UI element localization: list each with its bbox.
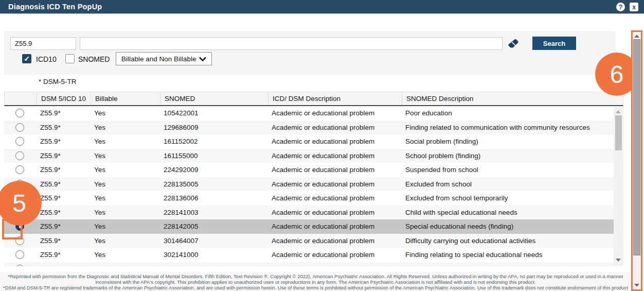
- scroll-down-icon[interactable]: [616, 259, 621, 262]
- cell-icd-dsm-description: Academic or educational problem: [267, 209, 401, 216]
- page-scrollbar[interactable]: [631, 30, 642, 291]
- header-dsm-icd10: DSM 5/ICD 10: [37, 92, 91, 105]
- cell-dsm-icd10: Z55.9*: [36, 209, 90, 216]
- cell-snomed: 228135005: [159, 180, 267, 188]
- snomed-checkbox-label: SNOMED: [78, 55, 110, 63]
- cell-dsm-icd10: Z55.9*: [36, 180, 90, 188]
- billable-filter-value: Billable and Non Billable: [121, 55, 199, 63]
- cell-snomed: 228141003: [159, 209, 267, 216]
- table-row[interactable]: Z55.9* Yes 228136006 Academic or educati…: [4, 191, 623, 206]
- popup-titlebar: Diagnosis ICD Ten PopUp ? x: [0, 0, 644, 14]
- cell-icd-dsm-description: Academic or educational problem: [267, 194, 401, 202]
- cell-icd-dsm-description: Academic or educational problem: [267, 222, 401, 230]
- table-row[interactable]: Z55.9* Yes 228141003 Academic or educati…: [4, 206, 623, 220]
- table-row[interactable]: Z55.9* Yes 301464007 Academic or educati…: [4, 234, 623, 248]
- eraser-icon: [506, 38, 520, 50]
- cell-snomed: 228136006: [159, 194, 267, 202]
- row-radio-button[interactable]: [15, 165, 24, 174]
- cell-dsm-icd10: Z55.9*: [36, 152, 90, 160]
- row-radio-button[interactable]: [15, 137, 24, 146]
- table-row[interactable]: Z55.9* Yes 129686009 Academic or educati…: [4, 121, 623, 135]
- table-row[interactable]: Z55.9* Yes 161152002 Academic or educati…: [4, 134, 623, 149]
- header-billable: Billable: [91, 92, 160, 105]
- cell-icd-dsm-description: Academic or educational problem: [267, 109, 401, 117]
- scroll-up-icon[interactable]: [616, 110, 621, 113]
- apa-disclaimer: *Reprinted with permission from the Diag…: [0, 272, 631, 291]
- billable-filter-select[interactable]: Billable and Non Billable: [116, 52, 212, 65]
- cell-dsm-icd10: Z55.9*: [36, 109, 90, 117]
- cell-icd-dsm-description: Academic or educational problem: [267, 166, 401, 174]
- row-radio-button[interactable]: [15, 123, 24, 132]
- cell-icd-dsm-description: Academic or educational problem: [267, 152, 401, 160]
- table-scrollbar-thumb[interactable]: [615, 115, 622, 150]
- cell-billable: Yes: [90, 209, 159, 216]
- cell-snomed-description: School problem (finding): [401, 152, 623, 160]
- cell-snomed: 105422001: [159, 109, 267, 117]
- table-row[interactable]: Z55.9* Yes 302141000 Academic or educati…: [4, 248, 623, 262]
- dsm-5-tr-note: * DSM-5-TR: [39, 78, 77, 85]
- table-row[interactable]: Z55.9* Yes 228135005 Academic or educati…: [4, 177, 623, 192]
- titlebar-icons: ? x: [616, 3, 638, 11]
- row-radio-button[interactable]: [15, 250, 24, 259]
- table-scrollbar[interactable]: [614, 107, 623, 265]
- table-row[interactable]: Z55.9* Yes 161155000 Academic or educati…: [4, 149, 623, 163]
- cell-billable: Yes: [90, 194, 159, 202]
- table-row[interactable]: Z55.9* Yes 224292009 Academic or educati…: [4, 163, 623, 177]
- cell-billable: Yes: [90, 124, 159, 131]
- diagnosis-results-table: DSM 5/ICD 10 Billable SNOMED ICD/ DSM De…: [4, 92, 623, 266]
- cell-snomed-description: Finding relating to special educational …: [401, 251, 623, 259]
- close-icon[interactable]: x: [630, 3, 638, 11]
- page-scroll-down-icon[interactable]: [634, 284, 639, 287]
- cell-icd-dsm-description: Academic or educational problem: [267, 251, 401, 259]
- row-radio-button[interactable]: [15, 151, 24, 160]
- diagnosis-code-input[interactable]: [10, 37, 76, 50]
- cell-billable: Yes: [90, 237, 159, 245]
- disclaimer-line-3: *DSM and DSM-5-TR are registered tradema…: [0, 285, 631, 290]
- cell-snomed: 302141000: [159, 251, 267, 259]
- cell-icd-dsm-description: Academic or educational problem: [267, 138, 401, 145]
- cell-snomed: 224292009: [159, 166, 267, 174]
- cell-snomed-description: Difficulty carrying out educational acti…: [401, 237, 623, 245]
- popup-title: Diagnosis ICD Ten PopUp: [8, 3, 102, 11]
- cell-snomed-description: Child with special educational needs: [401, 209, 623, 216]
- cell-dsm-icd10: Z55.9*: [36, 222, 90, 230]
- cell-dsm-icd10: Z55.9*: [36, 138, 90, 145]
- cell-snomed: 301464007: [159, 237, 267, 245]
- table-row[interactable]: Z55.9* Yes 228142005 Academic or educati…: [4, 219, 623, 234]
- row-radio-button[interactable]: [15, 265, 24, 266]
- header-radio-column: [5, 92, 37, 105]
- cell-dsm-icd10: Z55.9*: [36, 124, 90, 131]
- icd10-checkbox[interactable]: [22, 54, 31, 63]
- snomed-checkbox[interactable]: [65, 54, 75, 63]
- table-header: DSM 5/ICD 10 Billable SNOMED ICD/ DSM De…: [4, 92, 623, 106]
- cell-billable: Yes: [90, 109, 159, 117]
- header-icd-dsm-description: ICD/ DSM Description: [268, 92, 402, 105]
- cell-billable: Yes: [90, 222, 159, 230]
- cell-snomed-description: Excluded from school temporarily: [401, 194, 623, 202]
- table-row[interactable]: [4, 262, 623, 267]
- help-icon[interactable]: ?: [616, 3, 625, 11]
- table-body: Z55.9* Yes 105422001 Academic or educati…: [4, 106, 623, 266]
- cell-billable: Yes: [90, 166, 159, 174]
- header-snomed-description: SNOMED Description: [402, 92, 623, 105]
- cell-snomed-description: Finding related to communication with co…: [401, 124, 623, 131]
- table-row[interactable]: Z55.9* Yes 105422001 Academic or educati…: [4, 106, 623, 121]
- cell-snomed: 161152002: [159, 138, 267, 145]
- cell-snomed: 161155000: [159, 152, 267, 160]
- clear-search-button[interactable]: [506, 38, 520, 50]
- cell-dsm-icd10: Z55.9*: [36, 166, 90, 174]
- annotation-radio-highlight-box: [2, 219, 23, 239]
- cell-icd-dsm-description: Academic or educational problem: [267, 180, 401, 188]
- page-scrollbar-thumb[interactable]: [633, 39, 640, 255]
- disclaimer-line-1: *Reprinted with permission from the Diag…: [0, 273, 631, 279]
- row-radio-button[interactable]: [15, 109, 24, 117]
- cell-billable: Yes: [90, 180, 159, 188]
- search-button[interactable]: Search: [532, 37, 576, 50]
- search-query-input[interactable]: [80, 37, 503, 50]
- header-snomed: SNOMED: [160, 92, 268, 105]
- cell-snomed: 228142005: [159, 222, 267, 230]
- page-scroll-up-icon[interactable]: [634, 35, 639, 38]
- cell-snomed-description: Excluded from school: [401, 180, 623, 188]
- cell-dsm-icd10: Z55.9*: [36, 251, 90, 259]
- cell-icd-dsm-description: Academic or educational problem: [267, 124, 401, 131]
